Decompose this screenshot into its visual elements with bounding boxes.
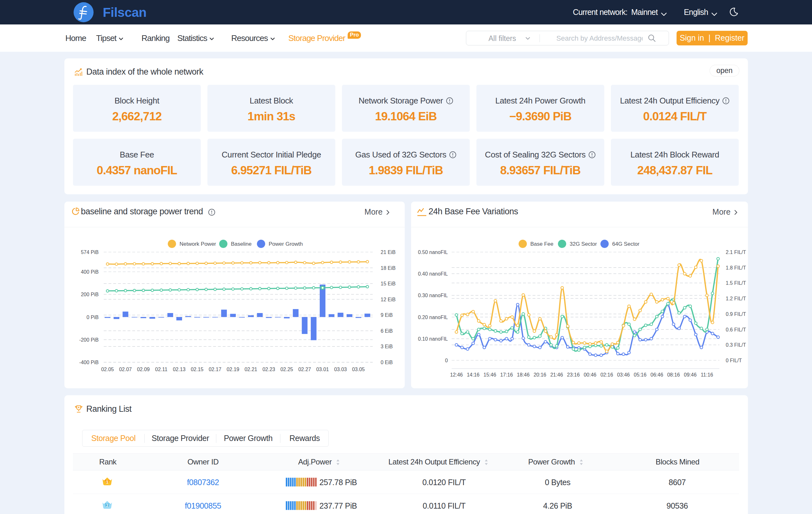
svg-text:02.05: 02.05 [101, 367, 114, 372]
svg-text:0: 0 [445, 358, 448, 363]
svg-text:02.21: 02.21 [244, 367, 257, 372]
svg-text:574 PiB: 574 PiB [81, 249, 99, 255]
svg-text:1.2 FIL/T: 1.2 FIL/T [726, 296, 746, 301]
svg-text:400 PiB: 400 PiB [81, 269, 99, 275]
svg-text:1.5 FIL/T: 1.5 FIL/T [726, 280, 746, 286]
svg-text:00:46: 00:46 [584, 372, 596, 377]
svg-text:0 PiB: 0 PiB [87, 315, 99, 320]
svg-text:Power Growth: Power Growth [269, 241, 303, 247]
svg-text:02.07: 02.07 [119, 367, 132, 372]
svg-text:0.10 nanoFIL: 0.10 nanoFIL [418, 336, 448, 342]
svg-text:23:16: 23:16 [567, 372, 580, 377]
svg-text:0.50 nanoFIL: 0.50 nanoFIL [418, 249, 448, 255]
svg-text:-400 PiB: -400 PiB [79, 360, 99, 365]
svg-text:Base Fee: Base Fee [530, 241, 553, 247]
svg-text:18 EiB: 18 EiB [381, 265, 396, 271]
svg-text:18:46: 18:46 [517, 372, 530, 377]
svg-text:0.40 nanoFIL: 0.40 nanoFIL [418, 271, 448, 276]
svg-text:0.9 FIL/T: 0.9 FIL/T [726, 312, 746, 317]
svg-text:12 EiB: 12 EiB [381, 297, 396, 302]
svg-text:02.17: 02.17 [209, 367, 222, 372]
svg-text:2: 2 [106, 503, 109, 508]
svg-text:3 EiB: 3 EiB [381, 344, 393, 349]
svg-text:02:16: 02:16 [601, 372, 613, 377]
svg-text:11:16: 11:16 [701, 372, 713, 377]
svg-text:0.3 FIL/T: 0.3 FIL/T [726, 342, 746, 348]
svg-text:9 EiB: 9 EiB [381, 313, 393, 318]
svg-text:02.27: 02.27 [298, 367, 311, 372]
svg-text:02.09: 02.09 [137, 367, 150, 372]
svg-text:08:16: 08:16 [667, 372, 680, 377]
svg-text:0 FIL/T: 0 FIL/T [726, 358, 742, 363]
svg-text:6 EiB: 6 EiB [381, 328, 393, 334]
svg-text:02.19: 02.19 [227, 367, 239, 372]
svg-text:21:46: 21:46 [550, 372, 563, 377]
svg-text:02.13: 02.13 [173, 367, 185, 372]
svg-text:03.01: 03.01 [316, 367, 329, 372]
svg-text:32G Sector: 32G Sector [570, 241, 597, 247]
svg-text:02.23: 02.23 [262, 367, 275, 372]
svg-text:1.8 FIL/T: 1.8 FIL/T [726, 265, 746, 270]
svg-text:02.11: 02.11 [155, 367, 168, 372]
svg-text:Network Power: Network Power [179, 241, 216, 247]
svg-text:200 PiB: 200 PiB [81, 292, 99, 297]
svg-text:09:46: 09:46 [684, 372, 697, 377]
svg-text:03.03: 03.03 [334, 367, 347, 372]
svg-text:0 EiB: 0 EiB [381, 360, 393, 365]
svg-text:15 EiB: 15 EiB [381, 281, 396, 287]
svg-text:1: 1 [106, 480, 109, 485]
svg-text:14:16: 14:16 [467, 372, 480, 377]
svg-text:17:16: 17:16 [500, 372, 513, 377]
svg-text:0.6 FIL/T: 0.6 FIL/T [726, 327, 746, 332]
svg-text:02.15: 02.15 [191, 367, 203, 372]
svg-text:-200 PiB: -200 PiB [79, 337, 99, 343]
svg-text:21 EiB: 21 EiB [381, 249, 396, 255]
svg-text:Baseline: Baseline [231, 241, 252, 247]
svg-text:0.20 nanoFIL: 0.20 nanoFIL [418, 315, 448, 320]
svg-text:20:16: 20:16 [533, 372, 546, 377]
svg-text:06:46: 06:46 [650, 372, 663, 377]
svg-text:03:46: 03:46 [617, 372, 630, 377]
svg-text:64G Sector: 64G Sector [612, 241, 639, 247]
svg-text:15:46: 15:46 [484, 372, 496, 377]
svg-text:2.1 FIL/T: 2.1 FIL/T [726, 249, 746, 255]
svg-text:03.05: 03.05 [352, 367, 365, 372]
svg-text:05:16: 05:16 [634, 372, 646, 377]
svg-text:02.25: 02.25 [281, 367, 293, 372]
svg-text:0.30 nanoFIL: 0.30 nanoFIL [418, 293, 448, 298]
svg-text:12:46: 12:46 [450, 372, 463, 377]
